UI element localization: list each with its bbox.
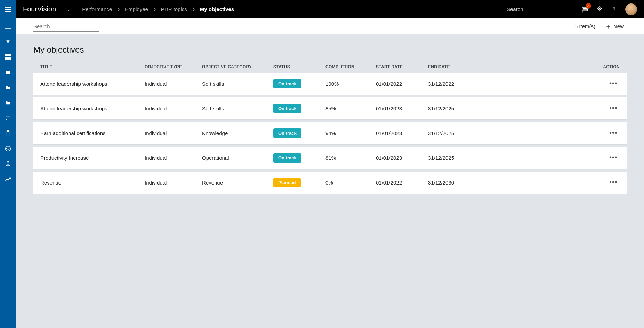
nav-cc[interactable] bbox=[0, 141, 16, 156]
col-header-category[interactable]: OBJECTIVE CATEGORY bbox=[202, 64, 273, 69]
row-actions-button[interactable]: ••• bbox=[609, 79, 620, 87]
table-row[interactable]: Attend leadership workshopsIndividualSof… bbox=[33, 73, 627, 95]
breadcrumb-item[interactable]: PDR topics bbox=[161, 6, 187, 12]
cell-completion: 100% bbox=[325, 81, 376, 87]
nav-folder-1[interactable] bbox=[0, 64, 16, 80]
plus-icon: ＋ bbox=[605, 22, 611, 31]
svg-rect-8 bbox=[9, 11, 11, 12]
row-actions-button[interactable]: ••• bbox=[609, 154, 620, 161]
nav-clipboard[interactable] bbox=[0, 126, 16, 141]
cell-status: On track bbox=[273, 153, 325, 163]
cell-start: 01/01/2022 bbox=[376, 180, 428, 186]
table-row[interactable]: Productivity IncreaseIndividualOperation… bbox=[33, 147, 627, 169]
svg-rect-20 bbox=[8, 57, 11, 60]
status-badge: On track bbox=[273, 79, 301, 88]
status-badge: On track bbox=[273, 104, 301, 113]
cell-category: Operational bbox=[202, 155, 273, 161]
svg-rect-21 bbox=[6, 116, 10, 119]
nav-permissions[interactable] bbox=[0, 156, 16, 172]
status-badge: On track bbox=[273, 128, 301, 138]
app-launcher[interactable] bbox=[0, 0, 16, 18]
nav-dashboard[interactable] bbox=[0, 49, 16, 64]
notifications-button[interactable]: 3 bbox=[581, 6, 588, 13]
cell-completion: 0% bbox=[325, 180, 376, 186]
cell-title: Attend leadership workshops bbox=[40, 81, 145, 87]
col-header-action: ACTION bbox=[501, 64, 620, 69]
svg-rect-3 bbox=[5, 9, 7, 10]
row-actions-button[interactable]: ••• bbox=[609, 178, 620, 186]
svg-rect-1 bbox=[7, 7, 9, 8]
breadcrumb-item[interactable]: Performance bbox=[82, 6, 112, 12]
new-button[interactable]: ＋ New bbox=[602, 21, 627, 32]
item-count: 5 Item(s) bbox=[575, 23, 595, 29]
svg-rect-4 bbox=[7, 9, 9, 10]
svg-point-25 bbox=[7, 161, 9, 163]
help-icon bbox=[611, 6, 618, 13]
svg-rect-22 bbox=[6, 131, 10, 136]
clipboard-icon bbox=[6, 130, 10, 136]
cell-end: 31/12/2030 bbox=[428, 180, 501, 186]
col-header-title[interactable]: TITLE bbox=[40, 64, 145, 69]
brand-menu[interactable]: FourVision ⌄ bbox=[16, 0, 77, 18]
chevron-right-icon: ❯ bbox=[153, 7, 156, 11]
svg-rect-5 bbox=[9, 9, 11, 10]
cell-end: 31/12/2025 bbox=[428, 155, 501, 161]
cell-start: 01/01/2022 bbox=[376, 81, 428, 87]
col-header-status[interactable]: STATUS bbox=[273, 64, 325, 69]
new-button-label: New bbox=[613, 23, 624, 29]
nav-folder-3[interactable] bbox=[0, 95, 16, 110]
status-badge: Planned bbox=[273, 178, 301, 187]
notification-badge: 3 bbox=[586, 3, 591, 9]
cc-icon bbox=[5, 146, 11, 152]
brand-name: FourVision bbox=[23, 5, 56, 13]
cell-category: Soft skills bbox=[202, 106, 273, 111]
col-header-end[interactable]: END DATE bbox=[428, 64, 501, 69]
help-button[interactable] bbox=[611, 6, 618, 13]
nav-trends[interactable] bbox=[0, 172, 16, 187]
cell-type: Individual bbox=[145, 81, 202, 87]
content-toolbar: 5 Item(s) ＋ New bbox=[16, 18, 644, 34]
folder-icon bbox=[5, 100, 11, 105]
breadcrumb-item[interactable]: Employee bbox=[125, 6, 148, 12]
cell-type: Individual bbox=[145, 155, 202, 161]
cell-action: ••• bbox=[501, 81, 620, 87]
table-row[interactable]: Attend leadership workshopsIndividualSof… bbox=[33, 97, 627, 119]
side-nav bbox=[0, 18, 16, 328]
chevron-right-icon: ❯ bbox=[192, 7, 195, 11]
cell-completion: 85% bbox=[325, 106, 376, 111]
nav-favorites[interactable] bbox=[0, 34, 16, 49]
global-search[interactable]: Search bbox=[507, 5, 571, 14]
col-header-start[interactable]: START DATE bbox=[376, 64, 428, 69]
cell-title: Productivity Increase bbox=[40, 155, 145, 161]
table-row[interactable]: RevenueIndividualRevenuePlanned0%01/01/2… bbox=[33, 172, 627, 194]
col-header-completion[interactable]: COMPLETION bbox=[325, 64, 376, 69]
table-row[interactable]: Earn additional certificationsIndividual… bbox=[33, 122, 627, 144]
cell-title: Attend leadership workshops bbox=[40, 106, 145, 111]
svg-rect-2 bbox=[9, 7, 11, 8]
svg-rect-18 bbox=[8, 54, 11, 56]
cell-end: 31/12/2025 bbox=[428, 106, 501, 111]
user-avatar[interactable] bbox=[625, 3, 637, 15]
cell-type: Individual bbox=[145, 106, 202, 111]
col-header-type[interactable]: OBJECTIVE TYPE bbox=[145, 64, 202, 69]
row-actions-button[interactable]: ••• bbox=[609, 129, 620, 136]
settings-button[interactable] bbox=[596, 6, 603, 13]
content-search-input[interactable] bbox=[33, 21, 99, 32]
row-actions-button[interactable]: ••• bbox=[609, 104, 620, 112]
svg-rect-7 bbox=[7, 11, 9, 12]
nav-folder-2[interactable] bbox=[0, 80, 16, 95]
cell-type: Individual bbox=[145, 180, 202, 186]
cell-action: ••• bbox=[501, 106, 620, 111]
svg-rect-17 bbox=[5, 54, 8, 56]
nav-chat[interactable] bbox=[0, 110, 16, 126]
cell-action: ••• bbox=[501, 155, 620, 161]
hamburger-icon bbox=[5, 24, 11, 29]
top-bar: FourVision ⌄ Performance ❯ Employee ❯ PD… bbox=[0, 0, 644, 18]
cell-end: 31/12/2025 bbox=[428, 130, 501, 136]
objectives-grid: TITLE OBJECTIVE TYPE OBJECTIVE CATEGORY … bbox=[33, 61, 627, 194]
cell-title: Revenue bbox=[40, 180, 145, 186]
svg-rect-23 bbox=[7, 130, 9, 131]
waffle-icon bbox=[5, 7, 11, 12]
nav-toggle[interactable] bbox=[0, 18, 16, 34]
svg-rect-6 bbox=[5, 11, 7, 12]
